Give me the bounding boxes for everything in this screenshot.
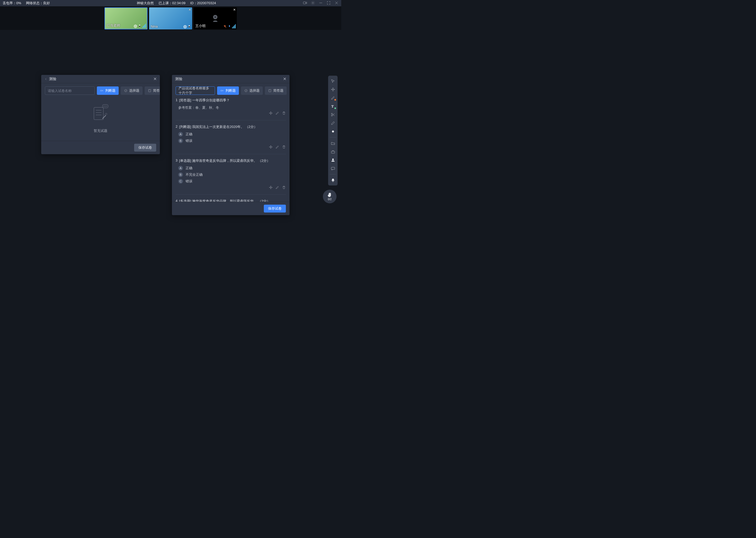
move-question-icon[interactable] [269, 186, 273, 190]
question-item: 2[判断题] 我国宪法上一次更新是在2020年。 （2分）A正确B错误 [176, 125, 286, 154]
empty-quiz-icon [89, 102, 112, 126]
question-answer: 参考答案：春、夏、秋、冬 [178, 105, 286, 110]
camera-off-icon [210, 13, 220, 24]
back-icon[interactable] [44, 78, 48, 81]
svg-text:T: T [331, 104, 333, 108]
quiz-panel-editor: 测验 ✕ 产品说试卷名称最多十六个字 判断题 选择题 简答题 1[简答题] 一年… [172, 75, 290, 215]
question-title: 1[简答题] 一年四季分别是哪四季？ [176, 98, 286, 103]
mic-icon [138, 24, 141, 28]
top-bar: 丢包率：0% 网络状态：良好 神秘大自然 已上课：02:34:09 ID：202… [0, 0, 341, 6]
question-item: 4[多选题] 施华洛世奇是反华品牌，所以梁鼎琪反华。 （2分）A是的B不完全正确… [176, 199, 286, 202]
video-strip: 叮当老师 ✕ Nina ✕ 王小明 [0, 6, 341, 30]
tool-color-icon[interactable] [329, 128, 337, 135]
close-window-icon[interactable] [334, 1, 339, 6]
signal-icon [183, 25, 187, 28]
tool-chat-icon[interactable] [329, 165, 337, 172]
question-item: 1[简答题] 一年四季分别是哪四季？参考答案：春、夏、秋、冬 [176, 98, 286, 120]
session-id: ID：2020070324 [190, 1, 216, 6]
video-close-icon[interactable]: ✕ [188, 8, 191, 12]
question-option[interactable]: B错误 [178, 138, 286, 143]
option-letter: B [178, 172, 183, 177]
edit-question-icon[interactable] [275, 145, 279, 150]
option-letter: C [178, 179, 183, 184]
add-true-false-button[interactable]: 判断题 [97, 86, 118, 95]
fullscreen-icon[interactable] [327, 1, 331, 6]
svg-rect-40 [331, 151, 335, 153]
settings-icon[interactable] [311, 1, 315, 6]
video-name: 王小明 [195, 24, 206, 28]
tool-move-icon[interactable] [329, 86, 337, 93]
option-letter: A [178, 132, 183, 136]
close-icon[interactable]: ✕ [153, 77, 157, 81]
svg-point-35 [331, 113, 332, 114]
svg-point-26 [105, 106, 106, 106]
move-question-icon[interactable] [269, 111, 273, 116]
svg-point-25 [104, 106, 104, 106]
svg-point-17 [124, 89, 127, 92]
svg-rect-0 [303, 2, 306, 4]
video-name: 叮当老师 [107, 23, 120, 28]
svg-point-36 [331, 115, 332, 116]
tool-eraser-icon[interactable] [329, 119, 337, 127]
svg-point-39 [332, 130, 334, 132]
add-choice-button[interactable]: 选择题 [121, 86, 143, 95]
tool-toolbox-icon[interactable] [329, 148, 337, 155]
minimize-icon[interactable] [319, 1, 323, 6]
panel-title: 测验 [175, 77, 182, 81]
video-close-icon[interactable]: ✕ [233, 8, 236, 12]
volume-bars-icon [232, 24, 236, 28]
question-option[interactable]: B不完全正确 [178, 172, 286, 177]
raise-hand-button[interactable]: 0/2 [323, 190, 337, 203]
video-name: Nina [151, 25, 158, 28]
packet-loss: 丢包率：0% [3, 1, 21, 6]
question-options: A正确B不完全正确C错误 [178, 166, 286, 184]
question-options: A正确B错误 [178, 132, 286, 143]
quiz-name-input[interactable]: 产品说试卷名称最多十六个字 [176, 86, 215, 95]
edit-question-icon[interactable] [275, 111, 279, 116]
record-icon[interactable] [303, 1, 307, 6]
add-short-answer-button[interactable]: 简答题 [145, 86, 160, 95]
tool-text-icon[interactable]: T [329, 102, 337, 110]
delete-question-icon[interactable] [282, 111, 286, 116]
quiz-name-input[interactable] [45, 86, 95, 95]
question-option[interactable]: A正确 [178, 132, 286, 136]
add-short-answer-button[interactable]: 简答题 [265, 86, 287, 95]
network-status: 网络状态：良好 [26, 1, 50, 6]
close-icon[interactable]: ✕ [283, 77, 286, 81]
question-option[interactable]: C错误 [178, 179, 286, 184]
delete-question-icon[interactable] [282, 186, 286, 190]
tool-folder-icon[interactable] [329, 139, 337, 147]
volume-bars-icon [142, 24, 146, 28]
empty-state: 暂无试题 [45, 98, 156, 137]
tool-user-icon[interactable] [329, 156, 337, 164]
video-card-student[interactable]: ✕ 王小明 [194, 7, 237, 29]
svg-rect-42 [331, 167, 335, 169]
panel-title: 测验 [49, 77, 57, 81]
svg-point-27 [107, 106, 107, 106]
video-card-teacher[interactable]: 叮当老师 [105, 7, 148, 29]
add-true-false-button[interactable]: 判断题 [217, 86, 239, 95]
edit-question-icon[interactable] [275, 186, 279, 190]
svg-point-41 [332, 158, 334, 160]
option-label: 不完全正确 [186, 172, 203, 177]
option-label: 错误 [186, 138, 192, 143]
tool-bell-icon[interactable] [329, 177, 337, 184]
svg-rect-43 [333, 181, 333, 182]
elapsed-time: 已上课：02:34:09 [159, 1, 186, 6]
tool-pointer-icon[interactable] [329, 77, 337, 84]
tool-pen-icon[interactable] [329, 94, 337, 101]
move-question-icon[interactable] [269, 145, 273, 150]
class-title: 神秘大自然 [137, 1, 154, 6]
add-choice-button[interactable]: 选择题 [241, 86, 263, 95]
delete-question-icon[interactable] [282, 145, 286, 150]
question-title: 3[单选题] 施华洛世奇是反华品牌，所以梁鼎琪反华。 （2分） [176, 158, 286, 163]
empty-text: 暂无试题 [94, 129, 107, 133]
option-label: 正确 [186, 166, 192, 171]
tool-scissors-icon[interactable] [329, 111, 337, 118]
save-quiz-button[interactable]: 保存试卷 [134, 144, 156, 152]
svg-point-28 [221, 90, 222, 91]
save-quiz-button[interactable]: 保存试卷 [264, 205, 286, 213]
question-option[interactable]: A正确 [178, 166, 286, 171]
option-label: 正确 [186, 132, 192, 136]
video-card-student[interactable]: ✕ Nina [149, 7, 192, 29]
